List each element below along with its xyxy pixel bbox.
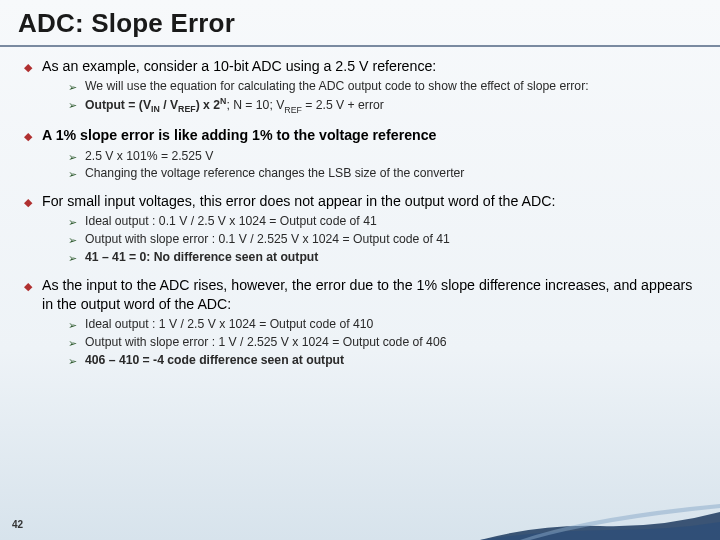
arrow-icon: ➢ [68, 98, 77, 113]
formula-part: ) x 2 [196, 98, 220, 112]
sub-list: ➢ Ideal output : 0.1 V / 2.5 V x 1024 = … [68, 213, 696, 266]
section-2: ◆ A 1% slope error is like adding 1% to … [24, 126, 696, 182]
sub-text: Ideal output : 1 V / 2.5 V x 1024 = Outp… [85, 316, 696, 332]
formula-sub: REF [178, 105, 196, 115]
sub-bullet: ➢ Output = (VIN / VREF) x 2N; N = 10; VR… [68, 96, 696, 116]
sub-bullet: ➢ Output with slope error : 1 V / 2.525 … [68, 334, 696, 351]
arrow-icon: ➢ [68, 336, 77, 351]
sub-text: 2.5 V x 101% = 2.525 V [85, 148, 696, 164]
sub-text: Output with slope error : 0.1 V / 2.525 … [85, 231, 696, 247]
slide-content: ◆ As an example, consider a 10-bit ADC u… [0, 47, 720, 369]
sub-text: Changing the voltage reference changes t… [85, 165, 696, 181]
slide: ADC: Slope Error ◆ As an example, consid… [0, 0, 720, 540]
arrow-icon: ➢ [68, 354, 77, 369]
diamond-icon: ◆ [24, 195, 32, 210]
formula-part: / V [160, 98, 178, 112]
bullet-main: ◆ As an example, consider a 10-bit ADC u… [24, 57, 696, 76]
bullet-main: ◆ For small input voltages, this error d… [24, 192, 696, 211]
section-4: ◆ As the input to the ADC rises, however… [24, 276, 696, 369]
arrow-icon: ➢ [68, 251, 77, 266]
sub-text: We will use the equation for calculating… [85, 78, 696, 94]
page-number: 42 [12, 519, 23, 530]
bullet-text: As an example, consider a 10-bit ADC usi… [42, 57, 696, 76]
sub-text: 41 – 41 = 0: No difference seen at outpu… [85, 249, 696, 265]
sub-text: Ideal output : 0.1 V / 2.5 V x 1024 = Ou… [85, 213, 696, 229]
bullet-main: ◆ A 1% slope error is like adding 1% to … [24, 126, 696, 145]
slide-title: ADC: Slope Error [18, 8, 702, 39]
formula-part: ; N = 10; V [226, 98, 284, 112]
bullet-text: As the input to the ADC rises, however, … [42, 276, 696, 314]
diamond-icon: ◆ [24, 279, 32, 294]
sub-bullet: ➢ 406 – 410 = -4 code difference seen at… [68, 352, 696, 369]
sub-bullet: ➢ Ideal output : 1 V / 2.5 V x 1024 = Ou… [68, 316, 696, 333]
footer-decoration [480, 494, 720, 540]
section-3: ◆ For small input voltages, this error d… [24, 192, 696, 266]
bullet-text: A 1% slope error is like adding 1% to th… [42, 126, 696, 145]
sub-bullet: ➢ 41 – 41 = 0: No difference seen at out… [68, 249, 696, 266]
sub-bullet: ➢ 2.5 V x 101% = 2.525 V [68, 148, 696, 165]
arrow-icon: ➢ [68, 233, 77, 248]
sub-bullet: ➢ Ideal output : 0.1 V / 2.5 V x 1024 = … [68, 213, 696, 230]
sub-text: Output with slope error : 1 V / 2.525 V … [85, 334, 696, 350]
formula-part: Output = (V [85, 98, 151, 112]
sub-list: ➢ 2.5 V x 101% = 2.525 V ➢ Changing the … [68, 148, 696, 183]
sub-list: ➢ We will use the equation for calculati… [68, 78, 696, 116]
sub-bullet: ➢ We will use the equation for calculati… [68, 78, 696, 95]
arrow-icon: ➢ [68, 80, 77, 95]
formula-sub: IN [151, 105, 160, 115]
formula-part: = 2.5 V + error [302, 98, 384, 112]
sub-bullet: ➢ Changing the voltage reference changes… [68, 165, 696, 182]
title-bar: ADC: Slope Error [0, 0, 720, 47]
sub-bullet: ➢ Output with slope error : 0.1 V / 2.52… [68, 231, 696, 248]
arrow-icon: ➢ [68, 150, 77, 165]
diamond-icon: ◆ [24, 129, 32, 144]
section-1: ◆ As an example, consider a 10-bit ADC u… [24, 57, 696, 116]
formula-sub: REF [284, 105, 302, 115]
diamond-icon: ◆ [24, 60, 32, 75]
sub-text-formula: Output = (VIN / VREF) x 2N; N = 10; VREF… [85, 96, 696, 116]
sub-list: ➢ Ideal output : 1 V / 2.5 V x 1024 = Ou… [68, 316, 696, 369]
bullet-main: ◆ As the input to the ADC rises, however… [24, 276, 696, 314]
bullet-text: For small input voltages, this error doe… [42, 192, 696, 211]
arrow-icon: ➢ [68, 167, 77, 182]
arrow-icon: ➢ [68, 215, 77, 230]
arrow-icon: ➢ [68, 318, 77, 333]
sub-text: 406 – 410 = -4 code difference seen at o… [85, 352, 696, 368]
